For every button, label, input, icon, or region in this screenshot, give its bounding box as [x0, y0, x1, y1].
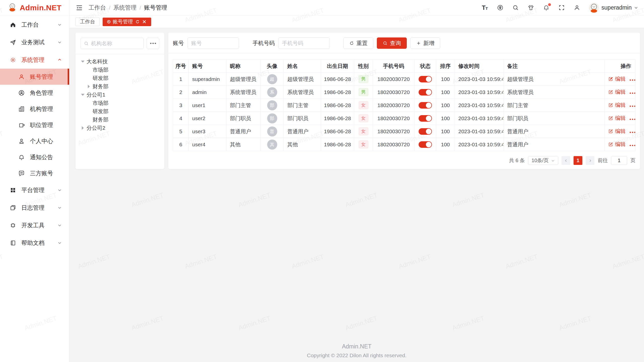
tab-workbench[interactable]: 工作台 [75, 18, 100, 26]
menu-fold-icon[interactable] [75, 4, 83, 12]
edit-button[interactable]: 编辑 [608, 88, 626, 96]
sidebar-item-profile-center[interactable]: 个人中心 [0, 133, 69, 149]
edit-button[interactable]: 编辑 [608, 141, 626, 148]
tree-node[interactable]: 研发部 [80, 107, 159, 115]
caret-right-icon[interactable] [87, 84, 91, 89]
app-logo[interactable]: Admin.NET [0, 0, 69, 16]
page-size-select[interactable]: 10条/页 [528, 156, 558, 165]
edit-button[interactable]: 编辑 [608, 75, 626, 82]
more-actions-icon[interactable] [630, 119, 635, 120]
more-actions-icon[interactable] [630, 106, 635, 107]
notification-bell-icon[interactable] [543, 4, 550, 11]
account-filter-input[interactable] [187, 37, 239, 49]
theme-shirt-icon[interactable] [528, 4, 534, 11]
status-toggle[interactable] [419, 115, 432, 122]
more-actions-icon[interactable] [630, 132, 635, 133]
user-menu[interactable]: superadmin [589, 3, 638, 13]
status-toggle[interactable] [419, 141, 432, 148]
search-icon [383, 41, 388, 46]
sidebar-item-platform-mgmt[interactable]: 平台管理 [0, 181, 69, 199]
refresh-icon[interactable] [135, 19, 140, 24]
add-button[interactable]: 新增 [410, 37, 440, 49]
search-icon[interactable] [512, 4, 519, 11]
pagination: 共 6 条 10条/页 1 前往 页 [173, 156, 635, 165]
chevron-down-icon [58, 23, 62, 27]
home-icon [10, 21, 16, 28]
status-toggle[interactable] [419, 89, 432, 96]
footer-copyright: Copyright © 2022 Dilon All rights reserv… [69, 352, 644, 358]
next-page-button[interactable] [586, 156, 594, 165]
avatar: 部 [267, 100, 277, 110]
sidebar-item-role-mgmt[interactable]: 角色管理 [0, 85, 69, 101]
user-outline-icon[interactable] [574, 4, 580, 11]
tree-node[interactable]: 市场部 [80, 99, 159, 107]
sidebar-item-position-mgmt[interactable]: 职位管理 [0, 117, 69, 133]
org-search-input[interactable] [91, 40, 140, 47]
tree-node[interactable]: 大名科技 [80, 57, 159, 66]
more-actions-icon[interactable] [630, 93, 635, 94]
chevron-down-icon [551, 159, 555, 162]
font-size-icon[interactable]: TT [481, 4, 488, 11]
table-row: 3 user1 部门主管 部 部门主管 1986-06-28 女 1802003… [173, 99, 635, 112]
close-icon[interactable]: ✕ [142, 19, 147, 24]
reset-button[interactable]: 重置 [343, 37, 373, 49]
sidebar-item-business-test[interactable]: 业务测试 [0, 33, 69, 51]
language-icon[interactable] [497, 4, 504, 11]
tree-node[interactable]: 研发部 [80, 74, 159, 82]
fullscreen-icon[interactable] [558, 4, 565, 11]
caret-down-icon[interactable] [80, 59, 85, 64]
sidebar-item-account-mgmt[interactable]: 账号管理 [0, 69, 69, 85]
sidebar-item-org-mgmt[interactable]: 机构管理 [0, 101, 69, 117]
sidebar-item-help-docs[interactable]: 帮助文档 [0, 234, 69, 252]
notification-badge [548, 3, 551, 6]
caret-down-icon[interactable] [80, 93, 85, 97]
account-filter-label: 账号 [173, 39, 184, 47]
prev-page-button[interactable] [561, 156, 570, 165]
more-actions-icon[interactable] [630, 79, 635, 81]
tree-more-button[interactable] [147, 38, 159, 49]
col-header-status: 状态 [415, 60, 436, 73]
status-toggle[interactable] [419, 76, 432, 82]
breadcrumb: 工作台 / 系统管理 / 账号管理 [89, 4, 167, 12]
tree-node[interactable]: 市场部 [80, 66, 159, 74]
status-toggle[interactable] [419, 102, 432, 109]
tree-node[interactable]: 分公司2 [80, 124, 159, 132]
col-header-gender: 性别 [354, 60, 373, 73]
sidebar-item-log-mgmt[interactable]: 日志管理 [0, 199, 69, 216]
username: superadmin [601, 4, 632, 11]
accounts-table: 序号 账号 昵称 头像 姓名 出生日期 性别 手机号码 状态 排序 修改时间 备… [173, 59, 635, 151]
table-header-row: 序号 账号 昵称 头像 姓名 出生日期 性别 手机号码 状态 排序 修改时间 备… [173, 60, 635, 73]
sidebar-item-thirdparty-account[interactable]: 三方账号 [0, 165, 69, 181]
sidebar-item-workbench[interactable]: 工作台 [0, 16, 69, 33]
tabs-bar: 工作台 账号管理 ✕ [69, 16, 644, 28]
edit-button[interactable]: 编辑 [608, 102, 626, 109]
breadcrumb-workbench[interactable]: 工作台 [89, 4, 106, 12]
sidebar-item-system-mgmt[interactable]: 系统管理 [0, 51, 69, 69]
edit-icon [608, 129, 613, 134]
edit-button[interactable]: 编辑 [608, 128, 626, 135]
more-actions-icon[interactable] [630, 145, 635, 146]
tree-node[interactable]: 财务部 [80, 82, 159, 90]
tree-node[interactable]: 财务部 [80, 115, 159, 124]
goto-page-input[interactable] [611, 156, 627, 165]
status-toggle[interactable] [419, 128, 432, 135]
phone-filter-input[interactable] [278, 37, 330, 49]
caret-right-icon[interactable] [80, 126, 85, 130]
person-icon [18, 138, 25, 145]
edit-button[interactable]: 编辑 [608, 115, 626, 122]
chevron-down-icon [58, 206, 62, 210]
breadcrumb-system-mgmt[interactable]: 系统管理 [113, 4, 137, 12]
bell-icon [18, 154, 25, 161]
gender-badge: 男 [359, 75, 368, 83]
col-header-account: 账号 [189, 60, 226, 73]
avatar: 部 [267, 113, 277, 123]
tree-node[interactable]: 分公司1 [80, 90, 159, 99]
page-unit-label: 页 [630, 157, 635, 164]
query-button[interactable]: 查询 [377, 37, 407, 49]
avatar: 系 [267, 87, 277, 97]
sidebar-item-notice[interactable]: 通知公告 [0, 149, 69, 165]
avatar [589, 3, 599, 13]
tab-account-mgmt[interactable]: 账号管理 ✕ [103, 18, 151, 26]
current-page[interactable]: 1 [574, 156, 582, 165]
sidebar-item-dev-tools[interactable]: 开发工具 [0, 216, 69, 234]
